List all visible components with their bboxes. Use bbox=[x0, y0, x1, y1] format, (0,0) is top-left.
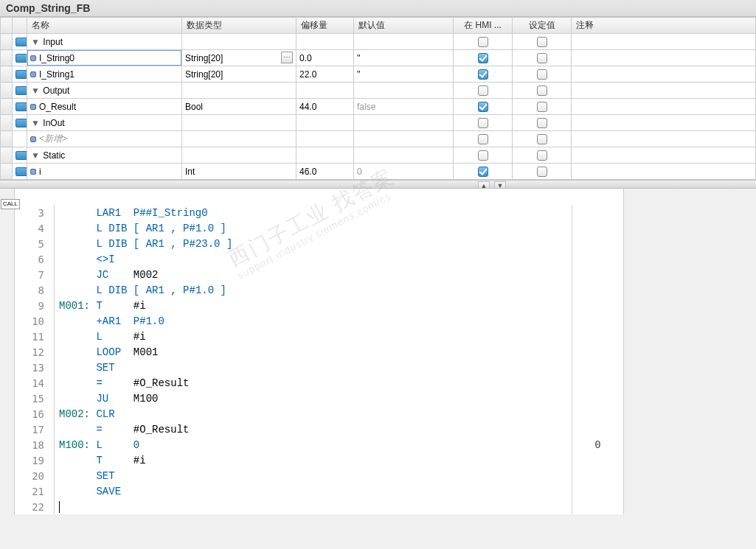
expand-toggle-icon[interactable]: ▼ bbox=[30, 118, 41, 128]
hmi-cell[interactable] bbox=[454, 99, 513, 115]
col-type-header[interactable]: 数据类型 bbox=[182, 18, 296, 34]
setval-checkbox[interactable] bbox=[537, 37, 547, 47]
splitter-bar[interactable]: ▲ ▼ bbox=[0, 180, 756, 189]
name-cell[interactable]: ▼ InOut bbox=[27, 115, 182, 131]
code-text[interactable]: = #O_Result bbox=[55, 424, 623, 436]
setval-cell[interactable] bbox=[513, 66, 572, 83]
expand-toggle-icon[interactable]: ▼ bbox=[30, 85, 41, 96]
name-cell[interactable]: I_String1 bbox=[27, 66, 182, 83]
code-text[interactable]: JU M100 bbox=[55, 393, 623, 405]
datatype-cell[interactable]: String[20] bbox=[182, 66, 296, 83]
default-cell[interactable] bbox=[354, 147, 454, 164]
datatype-cell[interactable] bbox=[182, 34, 296, 50]
datatype-cell[interactable]: String[20]⋯ bbox=[182, 50, 296, 66]
table-row[interactable]: iInt46.00 bbox=[1, 164, 756, 180]
setval-cell[interactable] bbox=[513, 147, 572, 164]
table-row[interactable]: I_String0String[20]⋯0.0'' bbox=[1, 50, 756, 66]
default-cell[interactable] bbox=[354, 83, 454, 99]
hmi-checkbox[interactable] bbox=[478, 53, 488, 63]
hmi-cell[interactable] bbox=[454, 34, 513, 50]
code-line[interactable]: 4 L DIB [ AR1 , P#1.0 ] bbox=[15, 220, 623, 236]
table-row[interactable]: O_ResultBool44.0false bbox=[1, 99, 756, 115]
datatype-cell[interactable]: Int bbox=[182, 164, 296, 180]
col-hmi-header[interactable]: 在 HMI ... bbox=[454, 18, 513, 34]
datatype-cell[interactable] bbox=[182, 147, 296, 164]
code-text[interactable]: LOOP M001 bbox=[55, 346, 623, 358]
hmi-checkbox[interactable] bbox=[478, 118, 488, 128]
hmi-checkbox[interactable] bbox=[478, 134, 488, 144]
table-row[interactable]: <新增> bbox=[1, 131, 756, 147]
col-comment-header[interactable]: 注释 bbox=[572, 18, 756, 34]
hmi-cell[interactable] bbox=[454, 147, 513, 164]
col-setval-header[interactable]: 设定值 bbox=[513, 18, 572, 34]
code-line[interactable]: 13 SET bbox=[15, 360, 623, 375]
datatype-cell[interactable]: Bool bbox=[182, 99, 296, 115]
code-line[interactable]: 11 L #i bbox=[15, 329, 623, 344]
code-line[interactable]: 8 L DIB [ AR1 , P#1.0 ] bbox=[15, 282, 623, 298]
setval-checkbox[interactable] bbox=[537, 53, 547, 63]
comment-cell[interactable] bbox=[572, 131, 756, 147]
setval-checkbox[interactable] bbox=[537, 102, 547, 112]
hmi-cell[interactable] bbox=[454, 83, 513, 99]
hmi-cell[interactable] bbox=[454, 164, 513, 180]
splitter-up-button[interactable]: ▲ bbox=[478, 181, 490, 189]
comment-cell[interactable] bbox=[572, 147, 756, 164]
hmi-cell[interactable] bbox=[454, 131, 513, 147]
comment-cell[interactable] bbox=[572, 99, 756, 115]
hmi-cell[interactable] bbox=[454, 50, 513, 66]
col-name-header[interactable]: 名称 bbox=[27, 18, 182, 34]
code-line[interactable]: 16M002: CLR bbox=[15, 406, 623, 422]
name-cell[interactable]: ▼ Input bbox=[27, 34, 182, 50]
interface-table[interactable]: 名称 数据类型 偏移量 默认值 在 HMI ... 设定值 注释 ▼ Input… bbox=[0, 17, 756, 180]
code-line[interactable]: 3 LAR1 P##I_String0 bbox=[15, 205, 623, 220]
name-cell[interactable]: I_String0 bbox=[27, 50, 182, 66]
datatype-cell[interactable] bbox=[182, 115, 296, 131]
expand-toggle-icon[interactable]: ▼ bbox=[30, 37, 41, 47]
hmi-checkbox[interactable] bbox=[478, 150, 488, 161]
setval-checkbox[interactable] bbox=[537, 118, 547, 128]
code-editor[interactable]: 西门子工业 找答案 support.industry.siemens.com/c… bbox=[15, 189, 623, 514]
name-cell[interactable]: O_Result bbox=[27, 99, 182, 115]
default-cell[interactable]: '' bbox=[354, 66, 454, 83]
code-text[interactable]: +AR1 P#1.0 bbox=[55, 315, 623, 327]
default-cell[interactable] bbox=[354, 131, 454, 147]
datatype-picker-button[interactable]: ⋯ bbox=[281, 52, 293, 63]
name-cell[interactable]: ▼ Static bbox=[27, 147, 182, 164]
code-text[interactable]: SAVE bbox=[55, 486, 623, 497]
hmi-cell[interactable] bbox=[454, 66, 513, 83]
code-line[interactable]: 12 LOOP M001 bbox=[15, 344, 623, 360]
hmi-checkbox[interactable] bbox=[478, 69, 488, 80]
setval-checkbox[interactable] bbox=[537, 150, 547, 161]
default-cell[interactable] bbox=[354, 115, 454, 131]
comment-cell[interactable] bbox=[572, 50, 756, 66]
setval-cell[interactable] bbox=[513, 83, 572, 99]
setval-checkbox[interactable] bbox=[537, 69, 547, 80]
code-text[interactable]: L DIB [ AR1 , P#1.0 ] bbox=[55, 284, 623, 296]
comment-cell[interactable] bbox=[572, 34, 756, 50]
code-line[interactable]: 6 <>I bbox=[15, 251, 623, 267]
comment-cell[interactable] bbox=[572, 115, 756, 131]
code-line[interactable]: 20 SET bbox=[15, 468, 623, 483]
code-line[interactable]: 18M100: L 0 bbox=[15, 437, 623, 452]
datatype-cell[interactable] bbox=[182, 131, 296, 147]
table-row[interactable]: ▼ Input bbox=[1, 34, 756, 50]
name-cell[interactable]: <新增> bbox=[27, 131, 182, 147]
splitter-down-button[interactable]: ▼ bbox=[494, 181, 506, 189]
code-line[interactable]: 15 JU M100 bbox=[15, 391, 623, 406]
hmi-checkbox[interactable] bbox=[478, 167, 488, 177]
default-cell[interactable]: '' bbox=[354, 50, 454, 66]
code-text[interactable]: M002: CLR bbox=[55, 408, 623, 420]
comment-cell[interactable] bbox=[572, 83, 756, 99]
comment-cell[interactable] bbox=[572, 66, 756, 83]
breakpoint-gutter[interactable]: CALL bbox=[0, 189, 15, 514]
code-text[interactable]: LAR1 P##I_String0 bbox=[55, 207, 623, 219]
code-text[interactable]: SET bbox=[55, 362, 623, 374]
code-line[interactable]: 7 JC M002 bbox=[15, 267, 623, 282]
setval-cell[interactable] bbox=[513, 34, 572, 50]
setval-cell[interactable] bbox=[513, 164, 572, 180]
code-text[interactable]: T #i bbox=[55, 455, 623, 466]
code-text[interactable]: M001: T #i bbox=[55, 300, 623, 312]
comment-cell[interactable] bbox=[572, 164, 756, 180]
setval-checkbox[interactable] bbox=[537, 85, 547, 96]
col-default-header[interactable]: 默认值 bbox=[354, 18, 454, 34]
